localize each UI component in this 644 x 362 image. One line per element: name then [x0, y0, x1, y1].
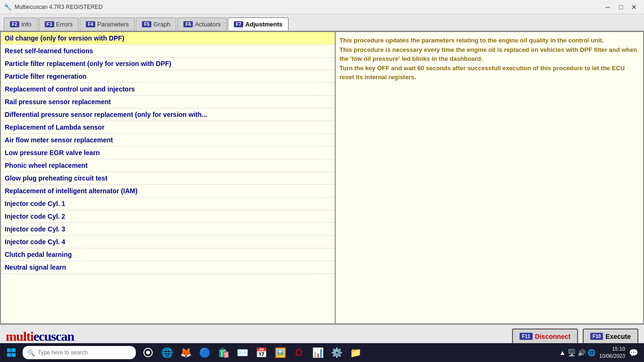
- taskbar-right: ▲ 🖥️ 🔊 🌐 15:10 10/06/2023 💬: [559, 346, 642, 360]
- tab-label-info: Info: [21, 21, 32, 28]
- main-content: Oil change (only for version with DPF)Re…: [0, 31, 644, 324]
- svg-rect-2: [7, 353, 11, 357]
- list-item[interactable]: Particle filter replacement (only for ve…: [1, 58, 335, 70]
- network-icon[interactable]: 🖥️: [568, 349, 576, 356]
- list-item[interactable]: Phonic wheel replacement: [1, 159, 335, 172]
- clock-time: 15:10: [599, 346, 625, 353]
- tab-fkey-adjustments: F7: [234, 21, 243, 27]
- unknown2-icon[interactable]: ⚙️: [328, 344, 345, 361]
- taskbar-search-box[interactable]: 🔍: [23, 346, 136, 359]
- tab-parameters[interactable]: F4Parameters: [80, 17, 135, 31]
- tab-errors[interactable]: F3Errors: [39, 17, 79, 31]
- execute-fkey: F10: [590, 333, 603, 340]
- disconnect-fkey: F11: [520, 333, 532, 340]
- disconnect-label: Disconnect: [535, 333, 570, 340]
- cortana-icon[interactable]: [140, 344, 157, 361]
- search-input[interactable]: [38, 349, 131, 356]
- taskbar-icons: 🌐 🦊 🔵 🛍️ ✉️ 📅 🖼️ O 📊 ⚙️ 📁: [140, 344, 364, 361]
- tab-fkey-actuators: F6: [183, 21, 193, 27]
- mail-icon[interactable]: ✉️: [234, 344, 251, 361]
- app-logo: multiecuscan: [6, 329, 74, 344]
- opera-icon[interactable]: O: [290, 344, 307, 361]
- list-item[interactable]: Air flow meter sensor replacement: [1, 134, 335, 147]
- clock-date: 10/06/2023: [599, 353, 625, 360]
- tray-chevron[interactable]: ▲: [559, 349, 566, 356]
- tab-label-graph: Graph: [153, 21, 170, 28]
- list-item[interactable]: Injector code Cyl. 1: [1, 197, 335, 210]
- list-item[interactable]: Injector code Cyl. 2: [1, 210, 335, 223]
- app-icon: 🔧: [4, 3, 12, 11]
- logo-area: multiecuscan: [6, 329, 507, 344]
- tab-label-errors: Errors: [56, 21, 73, 28]
- title-text: Multiecuscan 4.7R3 REGISTERED: [15, 4, 602, 10]
- unknown1-icon[interactable]: 📊: [309, 344, 326, 361]
- description-text: This procedure updates the parameters re…: [339, 37, 637, 81]
- tab-graph[interactable]: F5Graph: [136, 17, 176, 31]
- photos-icon[interactable]: 🖼️: [272, 344, 289, 361]
- tab-info[interactable]: F2Info: [4, 17, 38, 31]
- list-item[interactable]: Replacement of control unit and injector…: [1, 83, 335, 96]
- svg-rect-1: [12, 348, 16, 352]
- titlebar: 🔧 Multiecuscan 4.7R3 REGISTERED ─ □ ✕: [0, 0, 644, 14]
- tray-icons: ▲ 🖥️ 🔊 🌐: [559, 349, 595, 356]
- tab-label-actuators: Actuators: [195, 21, 221, 28]
- maximize-button[interactable]: □: [615, 2, 627, 12]
- svg-point-5: [146, 351, 150, 354]
- tab-fkey-info: F2: [10, 21, 19, 27]
- volume-icon[interactable]: 🔊: [578, 349, 586, 356]
- list-item[interactable]: Low pressure EGR valve learn: [1, 147, 335, 159]
- list-item[interactable]: Particle filter regeneration: [1, 70, 335, 83]
- tab-label-parameters: Parameters: [97, 21, 129, 28]
- tab-label-adjustments: Adjustments: [245, 21, 282, 28]
- list-item[interactable]: Differential pressure sensor replacement…: [1, 108, 335, 121]
- search-icon: 🔍: [27, 349, 35, 356]
- edge-icon[interactable]: 🌐: [158, 344, 175, 361]
- list-item[interactable]: Injector code Cyl. 3: [1, 223, 335, 236]
- tab-fkey-parameters: F4: [86, 21, 95, 27]
- start-button[interactable]: [2, 344, 21, 361]
- svg-rect-0: [7, 348, 11, 352]
- list-item[interactable]: Replacement of Lambda sensor: [1, 121, 335, 134]
- notifications-icon[interactable]: 💬: [629, 348, 638, 357]
- disconnect-button[interactable]: F11 Disconnect: [512, 329, 578, 345]
- folder-icon[interactable]: 📁: [347, 344, 364, 361]
- tab-fkey-graph: F5: [142, 21, 151, 27]
- list-item[interactable]: Replacement of intelligent alternator (I…: [1, 185, 335, 197]
- list-item[interactable]: Neutral signal learn: [1, 261, 335, 274]
- adjustments-list-scroll[interactable]: Oil change (only for version with DPF)Re…: [1, 32, 335, 323]
- globe-icon[interactable]: 🌐: [587, 349, 595, 356]
- firefox-icon[interactable]: 🦊: [177, 344, 194, 361]
- list-item[interactable]: Oil change (only for version with DPF): [1, 32, 335, 45]
- taskbar-clock[interactable]: 15:10 10/06/2023: [599, 346, 625, 360]
- store-icon[interactable]: 🛍️: [215, 344, 232, 361]
- execute-label: Execute: [605, 333, 631, 340]
- list-item[interactable]: Clutch pedal learning: [1, 248, 335, 261]
- tabbar: F2InfoF3ErrorsF4ParametersF5GraphF6Actua…: [0, 14, 644, 31]
- execute-button[interactable]: F10 Execute: [583, 329, 638, 345]
- close-button[interactable]: ✕: [628, 2, 640, 12]
- list-item[interactable]: Injector code Cyl. 4: [1, 236, 335, 248]
- tab-adjustments[interactable]: F7Adjustments: [228, 17, 289, 31]
- description-panel: This procedure updates the parameters re…: [336, 32, 643, 323]
- list-item[interactable]: Reset self-learned functions: [1, 45, 335, 58]
- calendar-icon[interactable]: 📅: [253, 344, 270, 361]
- minimize-button[interactable]: ─: [602, 2, 614, 12]
- tab-fkey-errors: F3: [45, 21, 54, 27]
- list-item[interactable]: Rail pressure sensor replacement: [1, 96, 335, 108]
- taskbar: 🔍 🌐 🦊 🔵 🛍️ ✉️ 📅 🖼️ O 📊 ⚙️ 📁 ▲ 🖥️ 🔊 🌐 15:…: [0, 343, 644, 362]
- list-item[interactable]: Glow plug preheating circuit test: [1, 172, 335, 185]
- ie-icon[interactable]: 🔵: [196, 344, 213, 361]
- svg-rect-3: [12, 353, 16, 357]
- adjustments-list-panel: Oil change (only for version with DPF)Re…: [1, 32, 336, 323]
- tab-actuators[interactable]: F6Actuators: [177, 17, 227, 31]
